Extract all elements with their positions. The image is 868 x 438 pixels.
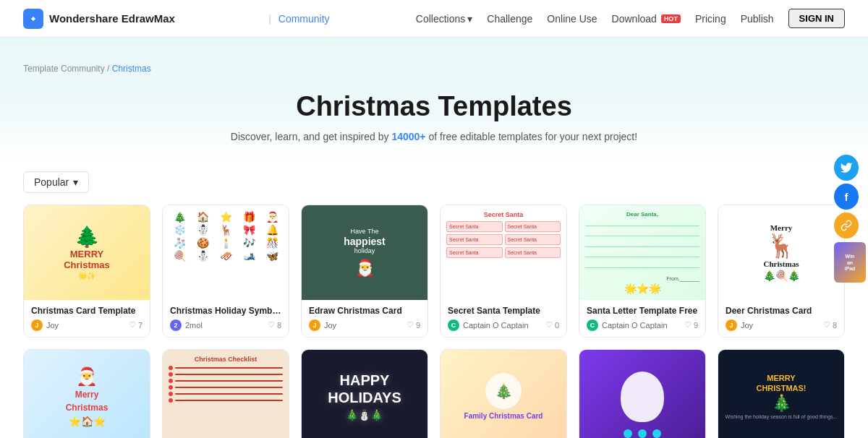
nav-divider: | xyxy=(268,13,271,25)
checklist-title: Christmas Checklist xyxy=(169,356,283,363)
card-author: C Captain O Captain xyxy=(587,319,668,331)
card-title: Edraw Christmas Card xyxy=(309,306,420,316)
breadcrumb-current: Christmas xyxy=(112,64,151,74)
author-avatar: J xyxy=(31,319,43,331)
nav-challenge[interactable]: Challenge xyxy=(487,13,532,25)
hero-section: Template Community / Christmas Christmas… xyxy=(0,38,868,160)
card-likes: ♡ 9 xyxy=(407,320,420,330)
author-avatar: C xyxy=(587,319,598,331)
nav-online-use[interactable]: Online Use xyxy=(547,13,597,25)
twitter-share-button[interactable] xyxy=(832,153,861,182)
template-grid: 🌲 MERRY Christmas 🌟✨ Christmas Card Temp… xyxy=(23,205,845,438)
card-meta: J Joy ♡ 9 xyxy=(309,319,420,331)
template-card[interactable]: Have The happiest holiday 🎅 Edraw Christ… xyxy=(301,205,428,338)
card-title: Deer Christmas Card xyxy=(726,306,837,316)
card-title: Christmas Holiday Symbols xyxy=(170,306,281,316)
author-avatar: C xyxy=(448,319,459,331)
nav-collections[interactable]: Collections ▾ xyxy=(416,13,472,25)
promo-banner[interactable]: Win an iPad xyxy=(834,242,866,283)
card-likes: ♡ 7 xyxy=(129,320,142,330)
brand-name: Wondershare EdrawMax xyxy=(49,12,175,25)
template-count-link[interactable]: 14000+ xyxy=(391,131,425,142)
template-card[interactable]: 🌲 MERRY Christmas 🌟✨ Christmas Card Temp… xyxy=(23,205,150,338)
heart-icon: ♡ xyxy=(684,320,692,330)
template-card[interactable]: Merry 🦌 Christmas 🎄🍭🎄 Deer Christmas Car… xyxy=(718,205,845,338)
author-avatar: J xyxy=(726,319,737,331)
nav-links: Collections ▾ Challenge Online Use Downl… xyxy=(416,9,845,28)
nav-download[interactable]: Download HOT xyxy=(612,13,681,25)
template-card[interactable]: 🎅 Merry Christmas ⭐🏠⭐ Wonderful Christma… xyxy=(23,349,150,439)
heart-icon: ♡ xyxy=(129,320,136,330)
nav-pricing[interactable]: Pricing xyxy=(695,13,726,25)
heart-icon: ♡ xyxy=(407,320,414,330)
nav-publish[interactable]: Publish xyxy=(741,13,774,25)
card-meta: C Captain O Captain ♡ 9 xyxy=(587,319,698,331)
breadcrumb-parent[interactable]: Template Community xyxy=(23,64,105,74)
breadcrumb: Template Community / Christmas xyxy=(23,64,845,74)
template-card[interactable]: 🎄 Family Christmas Card Family Christmas… xyxy=(440,349,567,439)
hero-subtitle: Discover, learn, and get inspired by 140… xyxy=(23,131,845,142)
community-link[interactable]: Community xyxy=(278,13,330,25)
template-card[interactable]: Christmas Checklist Christmas Checklist xyxy=(162,349,289,439)
card-meta: C Captain O Captain ♡ 0 xyxy=(448,319,559,331)
nav-logo[interactable]: Wondershare EdrawMax xyxy=(23,9,175,29)
card-author: J Joy xyxy=(309,319,336,331)
template-card[interactable]: Dear Santa, From,_______ 🌟⭐🌟 Santa Lette… xyxy=(579,205,706,338)
template-card[interactable]: HAPPY HOLIDAYS 🎄⛄🎄 Happy Holidays Card J… xyxy=(301,349,428,439)
navbar: Wondershare EdrawMax | Community Collect… xyxy=(0,0,868,38)
card-meta: J Joy ♡ 8 xyxy=(726,319,837,331)
card-likes: ♡ 8 xyxy=(268,320,281,330)
filter-label: Popular xyxy=(34,176,69,188)
hot-badge: HOT xyxy=(661,14,681,23)
card-meta: J Joy ♡ 7 xyxy=(31,319,142,331)
card-author: J Joy xyxy=(31,319,59,331)
facebook-share-button[interactable]: f xyxy=(832,182,861,211)
card-title: Christmas Card Template xyxy=(31,306,142,316)
community-link-group: | Community xyxy=(261,13,329,25)
heart-icon: ♡ xyxy=(823,320,830,330)
card-likes: ♡ 8 xyxy=(823,320,837,330)
card-title: Santa Letter Template Free xyxy=(587,306,698,316)
author-avatar: 2 xyxy=(170,319,182,331)
card-meta: 2 2mol ♡ 8 xyxy=(170,319,281,331)
popular-filter-dropdown[interactable]: Popular ▾ xyxy=(23,171,89,193)
chevron-down-icon: ▾ xyxy=(467,13,472,25)
card-author: J Joy xyxy=(726,319,753,331)
template-card[interactable]: MERRY CHRISTMAS! 🎄 Wishing the holiday s… xyxy=(718,349,845,439)
heart-icon: ♡ xyxy=(268,320,275,330)
template-grid-container: 🌲 MERRY Christmas 🌟✨ Christmas Card Temp… xyxy=(0,193,868,438)
sign-in-button[interactable]: SIGN IN xyxy=(788,9,845,28)
card-likes: ♡ 0 xyxy=(545,320,559,330)
template-card[interactable]: Christmas Silhouette J Joy ♡ xyxy=(579,349,706,439)
filter-bar: Popular ▾ xyxy=(0,160,868,193)
page-title: Christmas Templates xyxy=(23,91,845,122)
card-likes: ♡ 9 xyxy=(684,320,698,330)
edrawmax-logo-icon xyxy=(23,9,43,29)
dropdown-chevron-icon: ▾ xyxy=(73,176,78,188)
card-title: Secret Santa Template xyxy=(448,306,559,316)
copy-link-button[interactable] xyxy=(832,211,861,240)
card-author: 2 2mol xyxy=(170,319,203,331)
template-card[interactable]: Secret Santa Secret Santa Secret Santa S… xyxy=(440,205,567,338)
card-author: C Captain O Captain xyxy=(448,319,529,331)
side-social-bar: f Win an iPad xyxy=(832,153,868,285)
template-card[interactable]: 🎄🏠⭐🎁🎅 ❄️☃️🦌🎀🔔 🧦🍪🕯️🎶🎊 🍭⛄🛷🎿🦋 Christmas Hol… xyxy=(162,205,289,338)
heart-icon: ♡ xyxy=(545,320,553,330)
author-avatar: J xyxy=(309,319,320,331)
